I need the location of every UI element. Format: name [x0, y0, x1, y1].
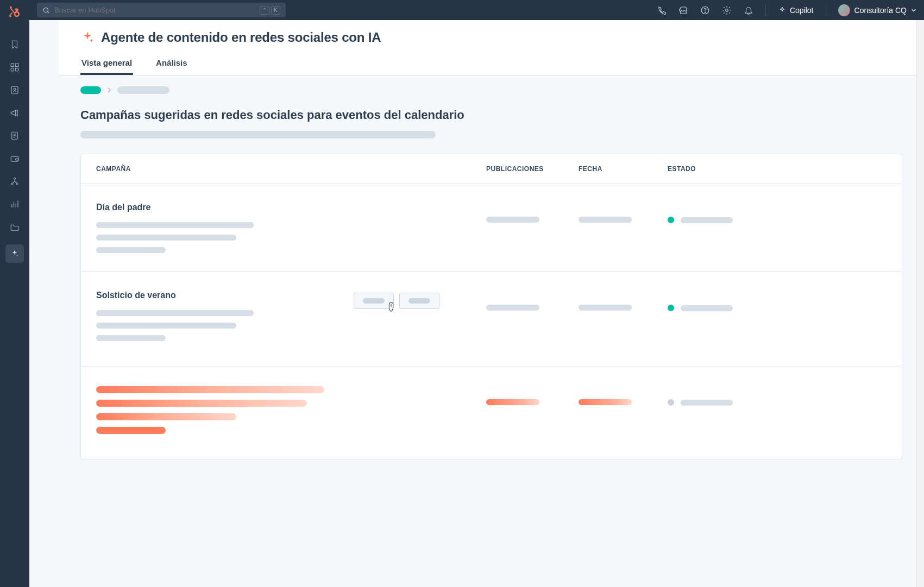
cell-status: [668, 291, 887, 311]
chevron-down-icon: [911, 8, 916, 13]
loading-bar: [96, 413, 236, 420]
copilot-label: Copilot: [790, 6, 814, 15]
svg-rect-8: [11, 68, 14, 71]
th-campaign: CAMPAÑA: [96, 165, 486, 173]
svg-point-17: [14, 178, 16, 179]
page-title: Agente de contenido en redes sociales co…: [101, 30, 381, 45]
row-action-button[interactable]: [399, 293, 439, 309]
avatar: [838, 4, 850, 16]
phone-icon[interactable]: [657, 5, 667, 15]
th-status: ESTADO: [668, 165, 887, 173]
help-icon[interactable]: [700, 5, 710, 15]
sparkle-icon: [778, 6, 787, 15]
status-dot: [668, 217, 674, 223]
skeleton-line: [96, 222, 254, 228]
cursor-icon: [386, 301, 396, 313]
loading-bar: [96, 427, 166, 434]
th-posts: PUBLICACIONES: [486, 165, 579, 173]
status-dot: [668, 305, 674, 311]
divider: [826, 4, 826, 16]
svg-point-11: [14, 89, 16, 91]
ai-sparkle-icon: [80, 30, 95, 45]
svg-line-26: [48, 11, 49, 13]
tabs: Vista general Análisis: [80, 53, 902, 75]
scrollbar[interactable]: [916, 20, 924, 587]
table-header: CAMPAÑA PUBLICACIONES FECHA ESTADO: [81, 154, 902, 184]
copilot-button[interactable]: Copilot: [778, 6, 814, 15]
page-header: Agente de contenido en redes sociales co…: [59, 20, 924, 75]
document-icon[interactable]: [9, 130, 20, 141]
svg-point-29: [726, 9, 728, 11]
th-date: FECHA: [579, 165, 668, 173]
folder-icon[interactable]: [9, 222, 20, 232]
ai-sparkle-icon[interactable]: [5, 244, 24, 263]
table-row[interactable]: Solsticio de verano: [81, 272, 902, 367]
account-name: Consultoría CQ: [854, 6, 907, 15]
search-input[interactable]: [54, 6, 255, 14]
svg-point-24: [17, 255, 18, 256]
left-nav-rail: [0, 0, 29, 587]
svg-point-28: [705, 12, 705, 12]
cell-status: [668, 203, 887, 223]
section-title: Campañas sugeridas en redes sociales par…: [80, 108, 902, 122]
svg-point-25: [43, 8, 48, 12]
skeleton-line: [681, 305, 733, 311]
search-shortcut: ⌃K: [260, 6, 280, 15]
svg-point-19: [16, 183, 18, 185]
skeleton-line: [96, 310, 254, 316]
search-icon: [42, 7, 50, 14]
hubspot-logo[interactable]: [7, 4, 22, 20]
svg-rect-16: [11, 156, 18, 161]
campaign-title: Día del padre: [96, 203, 486, 212]
grid-icon[interactable]: [9, 62, 20, 73]
notifications-icon[interactable]: [744, 5, 753, 15]
svg-rect-4: [10, 8, 15, 14]
breadcrumb: [80, 86, 902, 94]
settings-icon[interactable]: [722, 5, 732, 15]
svg-rect-9: [16, 68, 18, 71]
skeleton-line: [96, 235, 236, 241]
cell-posts: [486, 291, 579, 311]
loading-bar: [96, 386, 324, 393]
table-row[interactable]: Día del padre: [81, 184, 902, 272]
wallet-icon[interactable]: [9, 153, 20, 164]
svg-rect-7: [16, 64, 18, 66]
campaigns-table: CAMPAÑA PUBLICACIONES FECHA ESTADO Día d…: [80, 154, 902, 459]
skeleton-line: [681, 400, 733, 406]
cell-posts: [486, 385, 579, 405]
svg-rect-6: [11, 64, 14, 66]
skeleton-line: [96, 323, 236, 329]
breadcrumb-current: [117, 86, 169, 94]
account-menu[interactable]: Consultoría CQ: [838, 4, 916, 16]
bookmark-icon[interactable]: [9, 39, 20, 50]
breadcrumb-root[interactable]: [80, 86, 101, 94]
global-search[interactable]: ⌃K: [37, 3, 286, 17]
cell-date: [579, 291, 668, 311]
contacts-icon[interactable]: [9, 85, 20, 96]
skeleton-line: [681, 217, 733, 223]
table-row[interactable]: [81, 367, 902, 459]
org-icon[interactable]: [9, 176, 20, 187]
divider: [765, 4, 766, 16]
cell-status: [668, 385, 887, 406]
top-bar: ⌃K Copilot Consultoría CQ: [29, 0, 924, 20]
marketplace-icon[interactable]: [678, 5, 688, 15]
megaphone-icon[interactable]: [9, 108, 20, 118]
loading-bar: [96, 400, 307, 407]
tab-overview[interactable]: Vista general: [80, 53, 133, 75]
tab-analytics[interactable]: Análisis: [155, 53, 188, 75]
chevron-right-icon: [106, 87, 112, 93]
svg-point-18: [11, 183, 13, 185]
section-subtitle-skeleton: [80, 131, 436, 138]
reports-icon[interactable]: [9, 199, 20, 210]
skeleton-line: [96, 247, 166, 253]
skeleton-line: [96, 335, 166, 341]
cell-date: [579, 385, 668, 405]
cell-posts: [486, 203, 579, 223]
status-dot: [668, 399, 674, 406]
cell-date: [579, 203, 668, 223]
content-area: Campañas sugeridas en redes sociales par…: [59, 75, 924, 587]
